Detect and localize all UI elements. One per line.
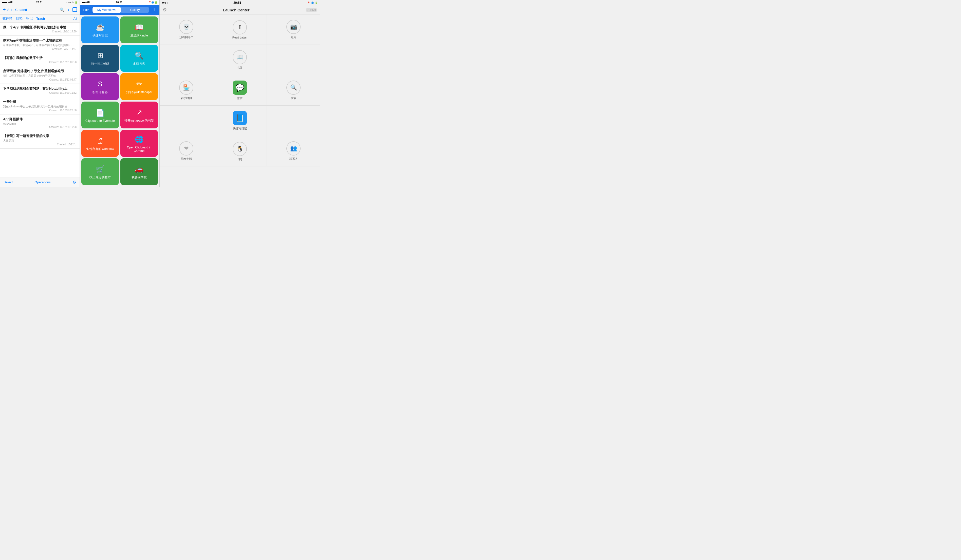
workflow-card-icon: 📖 (135, 23, 144, 31)
workflow-bluetooth: 🔷 (151, 1, 154, 4)
notes-panel: ●●●●● WiFi 20:51 0.19K/s 🔋 + Sort: Creat… (0, 0, 80, 187)
tab-archive[interactable]: 归档 (16, 16, 22, 21)
note-item[interactable]: 做一个App 利用废旧手机可以做的所有事情 Created: 17/1/1 14… (0, 22, 80, 36)
note-subtitle: 我们说学不到东西，只是因为吃的亏还不够 (3, 74, 77, 78)
workflow-card-label: 多源搜索 (133, 62, 145, 66)
launch-cell-label: 微信 (237, 96, 243, 100)
launch-cell[interactable]: ❤ 早晚生活 (160, 136, 213, 167)
workflow-card-icon: 🔍 (135, 51, 144, 60)
workflow-card-label: 发送到Kindle (130, 34, 148, 38)
workflow-card-label: 快速写日记 (93, 34, 108, 38)
workflow-card[interactable]: ☕ 快速写日记 (81, 16, 119, 43)
launch-cell-label: 照片 (291, 35, 296, 39)
launch-icon: 📖 (233, 50, 247, 64)
workflow-card[interactable]: 📖 发送到Kindle (121, 16, 158, 43)
select-button[interactable]: Select (3, 180, 13, 184)
launch-icon-symbol: 📷 (290, 24, 297, 30)
workflow-wifi: WiFi (85, 1, 90, 4)
launch-cell[interactable]: 💬 微信 (213, 75, 267, 106)
notes-bottom-bar: Select Operations ⚙ (0, 178, 80, 187)
workflow-card-icon: 📄 (96, 109, 104, 117)
note-subtitle: 可能会在手机上装满App，可能会在两个App之间摇摆不定，可... (3, 43, 77, 47)
workflow-card[interactable]: $ 折扣计算器 (81, 73, 119, 100)
launch-cell[interactable]: 🔍 搜索 (267, 75, 320, 106)
workflow-card-label: 打开Instapaper的书签 (124, 119, 154, 123)
compose-icon[interactable] (72, 7, 77, 12)
launch-icon: 🐧 (233, 142, 247, 156)
workflow-battery: 🔋 (154, 1, 157, 4)
notes-battery: 🔋 (74, 1, 77, 4)
note-item[interactable]: App降级插件 AppAdmin Created: 16/12/28 10:08 (0, 114, 80, 131)
workflow-card[interactable]: 🔍 多源搜索 (121, 45, 158, 72)
launch-battery: 🔋 (315, 2, 318, 4)
workflow-tabs: My Workflows Gallery (93, 7, 149, 13)
tab-trash[interactable]: Trash (36, 17, 45, 21)
workflow-signal: ●●● (82, 1, 85, 3)
note-item[interactable]: 下学期找到教材全套PDF，转到Notability上 Created: 16/1… (0, 84, 80, 97)
add-button[interactable]: + (3, 6, 6, 13)
workflow-card-label: 找出最近的超市 (90, 175, 111, 180)
launch-cell (160, 106, 213, 136)
launch-cell[interactable]: 🐧 QQ (213, 136, 267, 167)
workflow-card-icon: ✏ (137, 80, 142, 88)
sort-label[interactable]: Sort: Created (7, 8, 58, 12)
tab-flag[interactable]: 标记 (26, 16, 33, 21)
gear-icon[interactable]: ⚙ (72, 180, 76, 185)
workflow-card-icon: 🌐 (135, 135, 144, 144)
note-item[interactable]: 【写作】我和我的数字生活 Created: 16/12/31 06:58 (0, 53, 80, 66)
launch-icon: 💀 (179, 20, 193, 34)
launch-cell[interactable]: 📷 照片 (267, 14, 320, 45)
launch-cell[interactable]: I Read Latest (213, 14, 267, 45)
launch-cell[interactable]: 💀 没有网络？ (160, 14, 213, 45)
workflow-add-button[interactable]: + (153, 7, 156, 13)
launch-cell[interactable]: 🏪 剁手时间 (160, 75, 213, 106)
launch-icon-symbol: 💬 (235, 83, 244, 92)
launch-center-title: Launch Center (167, 8, 305, 12)
note-title: 一些吐槽 (3, 99, 77, 104)
tab-my-workflows[interactable]: My Workflows (93, 7, 121, 13)
launch-cell[interactable]: 👥 联系人 (267, 136, 320, 167)
note-subtitle: AppAdmin (3, 122, 77, 125)
launch-cell-label: 搜索 (291, 96, 296, 100)
launch-icon: 📷 (286, 20, 301, 34)
workflow-card[interactable]: ✏ 知乎转存Instapaper (121, 73, 158, 100)
note-date: Created: 16/12/29 11:52 (3, 91, 77, 94)
operations-button[interactable]: Operations (34, 180, 51, 184)
note-item[interactable]: 所谓经验 无非是吃了亏之后 重新理解吃亏 我们说学不到东西，只是因为吃的亏还不够… (0, 66, 80, 84)
launch-icon-symbol: 🐧 (236, 146, 243, 152)
launch-cell[interactable]: 📘 快速写日记 (213, 106, 267, 136)
workflow-card[interactable]: 🌐 Open Clipboard in Chrome (121, 130, 158, 157)
note-title: 做一个App 利用废旧手机可以做的所有事情 (3, 25, 77, 30)
note-item[interactable]: 探索App和智能生活需要一个比较的过程 可能会在手机上装满App，可能会在两个A… (0, 36, 80, 53)
tab-inbox[interactable]: 收件箱 (3, 16, 13, 21)
workflow-card-label: Clipboard to Evernote (85, 119, 115, 123)
note-item[interactable]: 【智能】写一篇智能生活的文章 大致思路 Created: 16/12/... (0, 131, 80, 149)
back-icon[interactable]: ‹ (67, 6, 69, 13)
workflow-location: 📍 (148, 1, 151, 4)
edit-button[interactable]: Edit (83, 8, 88, 12)
note-item[interactable]: 一些吐槽 我在Windows平台上依然没有找到一款好用的编辑器 Created:… (0, 97, 80, 114)
tab-all[interactable]: All (74, 17, 77, 21)
workflow-card[interactable]: ↗ 打开Instapaper的书签 (121, 101, 158, 128)
note-date: Created: 17/1/1 14:50 (3, 30, 77, 33)
note-title: App降级插件 (3, 117, 77, 122)
launch-cell-label: 早晚生活 (181, 157, 192, 161)
notes-list: 做一个App 利用废旧手机可以做的所有事情 Created: 17/1/1 14… (0, 22, 80, 178)
workflow-card[interactable]: 🚗 我要回学校 (121, 158, 158, 185)
workflow-time: 20:51 (116, 1, 122, 4)
note-title: 【写作】我和我的数字生活 (3, 56, 77, 60)
workflow-card-label: Open Clipboard in Chrome (122, 146, 156, 153)
launch-cell-label: 联系人 (289, 157, 298, 161)
launch-cell[interactable]: 📖 书签 (213, 45, 267, 75)
signal-dots: ●●●●● (2, 1, 7, 3)
search-icon[interactable]: 🔍 (59, 7, 64, 12)
settings-button[interactable]: ⚙ (163, 7, 167, 13)
workflow-card[interactable]: 🛒 找出最近的超市 (81, 158, 119, 185)
workflow-card[interactable]: 📄 Clipboard to Evernote (81, 101, 119, 128)
launch-icon: 👥 (286, 141, 301, 156)
launch-icon-symbol: 📖 (236, 54, 243, 61)
workflow-card[interactable]: ⊞ 扫一扫二维码 (81, 45, 119, 72)
workflow-card[interactable]: 🖨 备份所有的Workflow (81, 130, 119, 157)
note-title: 下学期找到教材全套PDF，转到Notability上 (3, 87, 77, 91)
tab-gallery[interactable]: Gallery (121, 7, 149, 13)
